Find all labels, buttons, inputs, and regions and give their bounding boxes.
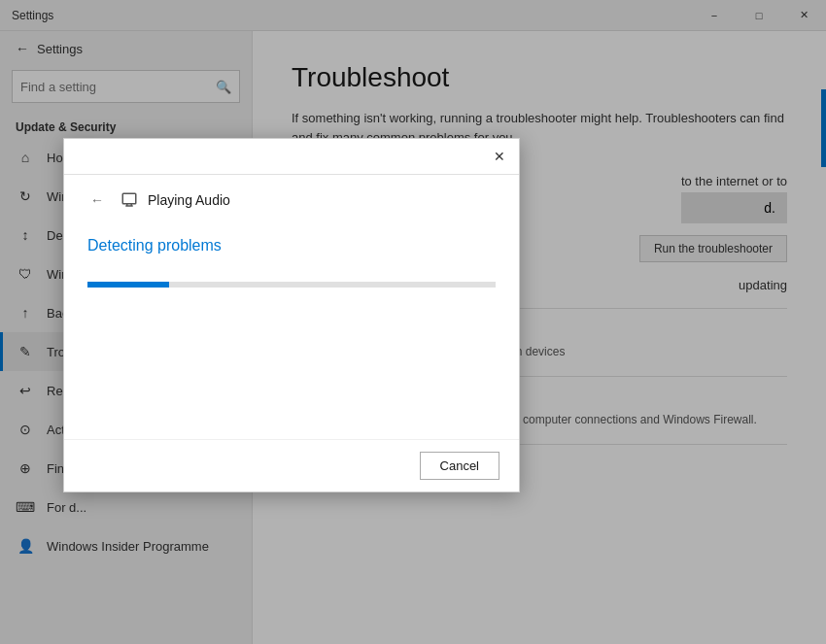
dialog-body: Detecting problems <box>64 221 519 439</box>
progress-fill <box>87 282 169 288</box>
modal-overlay: ✕ ← Playing Audio Detecting problems Can… <box>0 0 826 644</box>
cancel-button[interactable]: Cancel <box>420 452 499 480</box>
dialog-close-button[interactable]: ✕ <box>488 145 511 168</box>
dialog-header: ← Playing Audio <box>64 175 519 221</box>
dialog-back-button[interactable]: ← <box>84 186 111 214</box>
dialog: ✕ ← Playing Audio Detecting problems Can… <box>63 138 520 492</box>
dialog-header-icon <box>119 189 140 211</box>
svg-rect-1 <box>122 193 136 204</box>
dialog-title: Playing Audio <box>148 192 230 208</box>
progress-track <box>87 282 496 288</box>
dialog-titlebar: ✕ <box>64 139 519 175</box>
detecting-label: Detecting problems <box>87 237 496 254</box>
dialog-footer: Cancel <box>64 439 519 491</box>
